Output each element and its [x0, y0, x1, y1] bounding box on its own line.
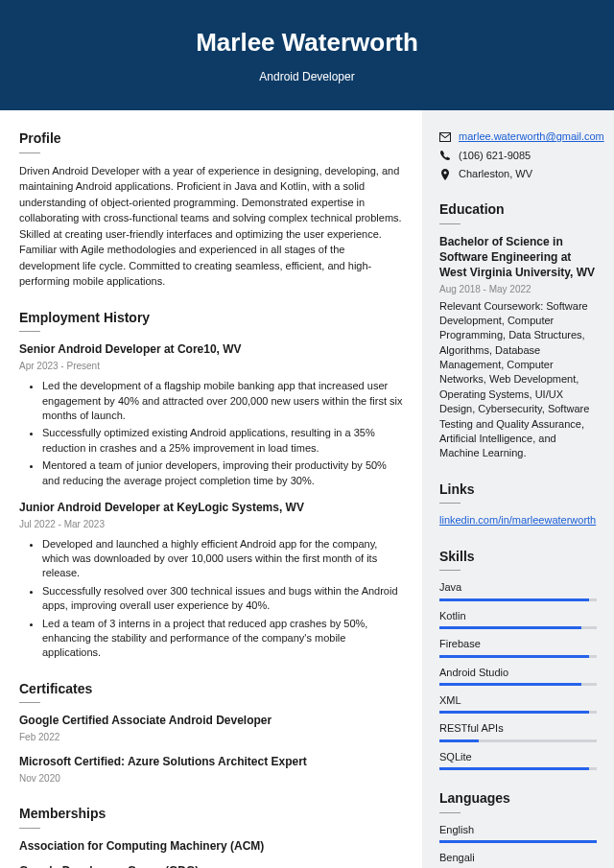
education-heading: Education [439, 200, 597, 220]
job-title: Junior Android Developer at KeyLogic Sys… [19, 500, 403, 516]
certificates-section: Certificates Google Certified Associate … [19, 680, 403, 786]
skill-bar [439, 683, 597, 686]
skill-name: SQLite [439, 750, 597, 764]
section-underline [19, 702, 40, 703]
section-underline [19, 152, 40, 153]
skill-item: Bengali [439, 851, 597, 868]
certificates-heading: Certificates [19, 680, 403, 699]
job-bullet: Successfully resolved over 300 technical… [42, 584, 403, 614]
location-pin-icon [439, 169, 451, 180]
skill-item: Java [439, 580, 597, 600]
skill-name: Firebase [439, 637, 597, 651]
main-column: Profile Driven Android Developer with a … [0, 110, 422, 868]
job-bullet: Developed and launched a highly efficien… [42, 537, 403, 581]
education-date: Aug 2018 - May 2022 [439, 283, 597, 296]
job-date: Apr 2023 - Present [19, 360, 403, 373]
skill-bar-fill [439, 711, 589, 714]
skills-heading: Skills [439, 548, 597, 567]
skill-name: XML [439, 693, 597, 708]
skill-item: Firebase [439, 637, 597, 657]
employment-heading: Employment History [19, 309, 403, 328]
section-underline [19, 828, 40, 829]
skill-name: English [439, 823, 597, 837]
skill-item: SQLite [439, 750, 597, 770]
skill-name: Android Studio [439, 666, 597, 680]
section-underline [439, 223, 460, 224]
skill-bar [439, 840, 597, 843]
section-underline [19, 331, 40, 332]
job-entry: Senior Android Developer at Core10, WV A… [19, 341, 403, 488]
certificate-title: Google Certified Associate Android Devel… [19, 713, 403, 729]
links-heading: Links [439, 481, 597, 500]
skill-item: RESTful APIs [439, 721, 597, 741]
education-section: Education Bachelor of Science in Softwar… [439, 200, 597, 460]
section-underline [439, 812, 460, 813]
certificate-title: Microsoft Certified: Azure Solutions Arc… [19, 754, 403, 770]
profile-section: Profile Driven Android Developer with a … [19, 129, 403, 290]
membership-item: Google Developers Group (GDG) [19, 863, 403, 868]
skill-bar [439, 767, 597, 770]
contact-section: marlee.waterworth@gmail.com (106) 621-90… [439, 129, 597, 181]
skill-item: Kotlin [439, 609, 597, 629]
person-title: Android Developer [19, 69, 595, 85]
phone-icon [439, 150, 451, 161]
job-bullet: Mentored a team of junior developers, im… [42, 458, 403, 488]
skill-bar [439, 655, 597, 658]
education-title: Bachelor of Science in Software Engineer… [439, 234, 597, 281]
section-underline [439, 570, 460, 571]
skill-bar [439, 711, 597, 714]
envelope-icon [439, 132, 451, 142]
linkedin-link[interactable]: linkedin.com/in/marleewaterworth [439, 514, 596, 526]
skill-name: Kotlin [439, 609, 597, 623]
skill-bar-fill [439, 739, 479, 742]
memberships-heading: Memberships [19, 805, 403, 824]
skill-bar-fill [439, 683, 581, 686]
skill-bar-fill [439, 840, 597, 843]
skill-bar [439, 739, 597, 742]
certificate-date: Nov 2020 [19, 772, 403, 786]
skill-bar-fill [439, 626, 581, 629]
languages-heading: Languages [439, 789, 597, 809]
links-section: Links linkedin.com/in/marleewaterworth [439, 481, 597, 528]
memberships-section: Memberships Association for Computing Ma… [19, 805, 403, 868]
job-bullet: Led the development of a flagship mobile… [42, 379, 403, 423]
skill-bar-fill [439, 598, 589, 601]
profile-text: Driven Android Developer with a year of … [19, 163, 403, 290]
skill-name: Bengali [439, 851, 597, 865]
contact-phone-row: (106) 621-9085 [439, 149, 597, 163]
skill-item: Android Studio [439, 666, 597, 686]
contact-location: Charleston, WV [459, 167, 532, 181]
certificate-date: Feb 2022 [19, 731, 403, 744]
profile-heading: Profile [19, 129, 403, 149]
job-bullet: Led a team of 3 interns in a project tha… [42, 617, 403, 661]
sidebar-column: marlee.waterworth@gmail.com (106) 621-90… [422, 110, 614, 868]
skill-bar-fill [439, 767, 589, 770]
skill-name: Java [439, 580, 597, 595]
skill-bar [439, 598, 597, 601]
job-bullet: Successfully optimized existing Android … [42, 426, 403, 456]
skills-section: Skills JavaKotlinFirebaseAndroid StudioX… [439, 548, 597, 770]
skill-bar-fill [439, 655, 589, 658]
job-entry: Junior Android Developer at KeyLogic Sys… [19, 500, 403, 661]
job-date: Jul 2022 - Mar 2023 [19, 518, 403, 531]
section-underline [439, 503, 460, 504]
skill-name: RESTful APIs [439, 721, 597, 736]
employment-section: Employment History Senior Android Develo… [19, 309, 403, 661]
contact-phone: (106) 621-9085 [459, 149, 531, 163]
resume-header: Marlee Waterworth Android Developer [0, 0, 614, 110]
education-description: Relevant Coursework: Software Developmen… [439, 299, 597, 461]
contact-email-link[interactable]: marlee.waterworth@gmail.com [459, 129, 604, 144]
languages-section: Languages EnglishBengali [439, 789, 597, 868]
contact-location-row: Charleston, WV [439, 167, 597, 181]
membership-item: Association for Computing Machinery (ACM… [19, 838, 403, 855]
job-title: Senior Android Developer at Core10, WV [19, 341, 403, 358]
job-bullets: Led the development of a flagship mobile… [19, 379, 403, 488]
skill-bar [439, 626, 597, 629]
skill-item: English [439, 823, 597, 843]
person-name: Marlee Waterworth [19, 25, 595, 59]
job-bullets: Developed and launched a highly efficien… [19, 537, 403, 661]
contact-email-row: marlee.waterworth@gmail.com [439, 129, 597, 144]
skill-item: XML [439, 693, 597, 714]
